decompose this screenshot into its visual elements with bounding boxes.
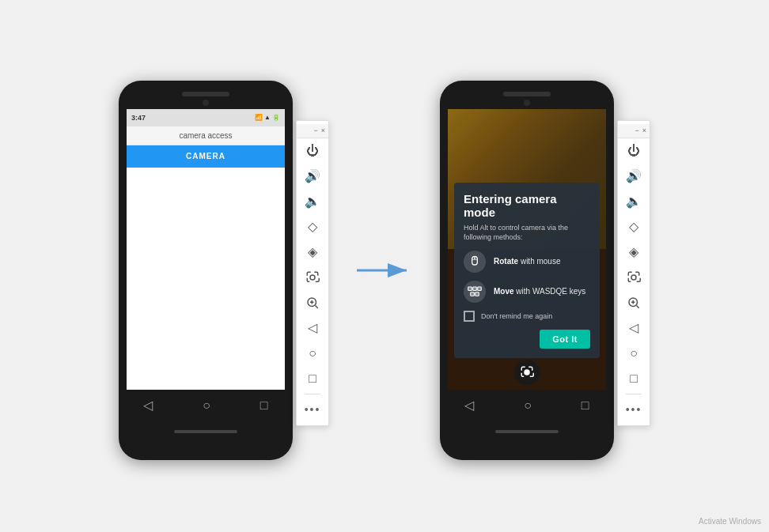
status-icons: 📶 ▲ 🔋: [255, 114, 280, 121]
right-rotate-icon[interactable]: ◇: [622, 215, 646, 239]
modal-title: Entering camera mode: [464, 192, 590, 219]
rotate-text: Rotate with mouse: [494, 257, 560, 266]
mouse-icon: [464, 251, 486, 273]
left-sidebar-wrapper: − × ⏻ 🔊 🔈 ◇ ◈: [296, 120, 329, 426]
right-more-options-icon[interactable]: •••: [622, 398, 646, 421]
right-minimize-button[interactable]: −: [635, 126, 638, 134]
left-phone-screen: 3:47 📶 ▲ 🔋 camera access CAMERA: [127, 109, 285, 390]
home-nav-icon[interactable]: ○: [301, 341, 324, 365]
modal-subtitle: Hold Alt to control camera via the follo…: [464, 224, 590, 242]
dont-remind-checkbox[interactable]: [464, 311, 475, 322]
phone-camera: [203, 100, 209, 106]
move-text: Move with WASDQE keys: [494, 287, 585, 296]
right-recents-nav-icon[interactable]: □: [622, 367, 646, 391]
volume-up-icon[interactable]: 🔊: [301, 164, 324, 188]
volume-down-icon[interactable]: 🔈: [301, 190, 324, 213]
left-sidebar-panel: − × ⏻ 🔊 🔈 ◇ ◈: [296, 120, 329, 426]
phone-camera-right: [524, 100, 530, 106]
left-phone: 3:47 📶 ▲ 🔋 camera access CAMERA ◁ ○ □: [119, 81, 293, 460]
svg-rect-14: [475, 292, 479, 296]
right-rotate-lock-icon[interactable]: ◈: [622, 240, 646, 264]
svg-rect-12: [478, 287, 482, 291]
more-options-icon[interactable]: •••: [301, 398, 324, 421]
dont-remind-row: Don't remind me again: [464, 311, 590, 322]
svg-point-15: [525, 370, 529, 375]
right-phone: Entering camera mode Hold Alt to control…: [440, 81, 614, 460]
recents-button[interactable]: □: [260, 398, 268, 413]
right-recents-button[interactable]: □: [581, 398, 589, 413]
right-device: Entering camera mode Hold Alt to control…: [440, 81, 650, 460]
svg-point-0: [310, 275, 315, 280]
right-close-button[interactable]: ×: [642, 126, 646, 134]
svg-rect-11: [473, 287, 477, 291]
right-volume-down-icon[interactable]: 🔈: [622, 190, 646, 213]
got-it-button[interactable]: Got It: [540, 330, 590, 349]
svg-rect-13: [471, 292, 475, 296]
svg-rect-10: [468, 287, 472, 291]
shutter-button[interactable]: [514, 360, 540, 385]
svg-line-18: [636, 305, 638, 308]
shutter-area: [448, 360, 606, 385]
rotate-lock-icon[interactable]: ◈: [301, 240, 324, 264]
recents-nav-icon[interactable]: □: [301, 367, 324, 391]
right-sidebar-wrapper: − × ⏻ 🔊 🔈 ◇ ◈: [617, 120, 650, 426]
right-screenshot-icon[interactable]: [622, 266, 646, 289]
close-button[interactable]: ×: [321, 126, 325, 134]
power-icon[interactable]: ⏻: [301, 139, 324, 163]
modal-footer: Got It: [464, 330, 590, 349]
watermark-text: Activate Windows: [699, 517, 761, 526]
right-phone-indicator: [495, 430, 559, 433]
right-back-button[interactable]: ◁: [464, 398, 474, 413]
panel-titlebar: − ×: [297, 124, 328, 138]
screenshot-icon[interactable]: [301, 266, 324, 289]
nav-bar: ◁ ○ □: [119, 391, 293, 420]
right-power-icon[interactable]: ⏻: [622, 139, 646, 163]
right-home-nav-icon[interactable]: ○: [622, 341, 646, 365]
left-device: 3:47 📶 ▲ 🔋 camera access CAMERA ◁ ○ □: [119, 81, 329, 460]
main-scene: 3:47 📶 ▲ 🔋 camera access CAMERA ◁ ○ □: [119, 81, 650, 460]
phone-speaker: [182, 92, 229, 96]
clock: 3:47: [131, 114, 146, 122]
wasd-icon: [464, 281, 486, 303]
right-volume-up-icon[interactable]: 🔊: [622, 164, 646, 188]
camera-button[interactable]: CAMERA: [127, 145, 285, 168]
right-nav-bar: ◁ ○ □: [440, 391, 614, 420]
transition-arrow: [353, 255, 416, 286]
right-zoom-icon[interactable]: [622, 291, 646, 315]
phone-speaker-right: [503, 92, 551, 96]
divider: [305, 394, 320, 394]
right-divider: [626, 394, 642, 394]
back-button[interactable]: ◁: [143, 398, 153, 413]
camera-modal: Entering camera mode Hold Alt to control…: [454, 183, 600, 357]
right-panel-titlebar: − ×: [618, 124, 650, 138]
rotate-row: Rotate with mouse: [464, 251, 590, 273]
right-home-button[interactable]: ○: [524, 398, 532, 413]
status-bar: 3:47 📶 ▲ 🔋: [127, 109, 285, 126]
svg-point-16: [631, 275, 636, 280]
right-back-nav-icon[interactable]: ◁: [622, 316, 646, 340]
home-button[interactable]: ○: [203, 398, 210, 413]
back-nav-icon[interactable]: ◁: [301, 316, 324, 340]
phone-title-bar: camera access: [127, 126, 285, 145]
svg-line-2: [315, 305, 317, 308]
right-sidebar-panel: − × ⏻ 🔊 🔈 ◇ ◈: [617, 120, 650, 426]
phone-bottom-indicator: [174, 430, 237, 433]
dont-remind-label: Don't remind me again: [481, 312, 552, 320]
title-text: camera access: [179, 131, 232, 140]
zoom-icon[interactable]: [301, 291, 324, 315]
minimize-button[interactable]: −: [313, 126, 317, 134]
move-row: Move with WASDQE keys: [464, 281, 590, 303]
camera-screen: Entering camera mode Hold Alt to control…: [448, 109, 606, 390]
rotate-icon[interactable]: ◇: [301, 215, 324, 239]
phone-bottom: [119, 420, 293, 443]
arrow-container: [353, 255, 416, 286]
right-phone-bottom: [440, 420, 614, 443]
